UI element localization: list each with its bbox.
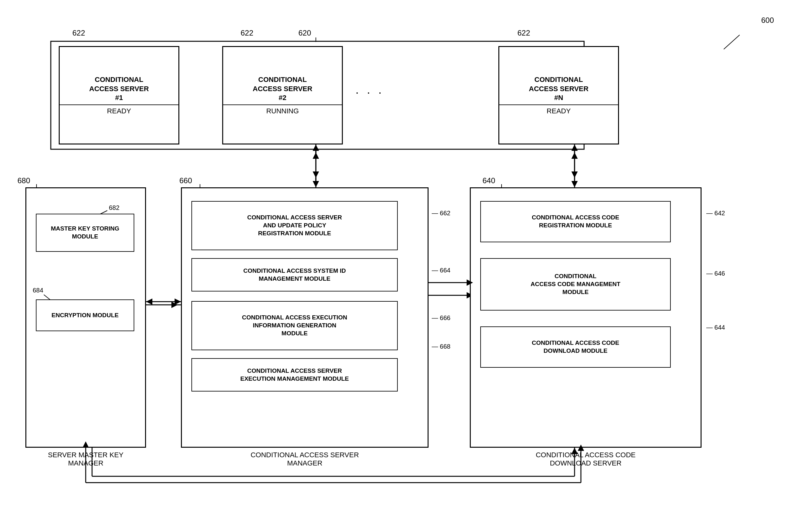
ref-620: 620: [299, 29, 311, 38]
cas-registration-module: CONDITIONAL ACCESS SERVERAND UPDATE POLI…: [191, 201, 398, 250]
ref-640: 640: [482, 176, 495, 185]
ref-646: — 646: [706, 270, 725, 277]
cas-server-exec-module: CONDITIONAL ACCESS SERVEREXECUTION MANAG…: [191, 358, 398, 391]
ref-684: 684: [33, 287, 43, 294]
ref-664: — 664: [432, 267, 450, 274]
server2-title: CONDITIONALACCESS SERVER#2: [250, 73, 315, 104]
cas-sysid-module: CONDITIONAL ACCESS SYSTEM IDMANAGEMENT M…: [191, 258, 398, 291]
master-key-label: MASTER KEY STORINGMODULE: [48, 224, 122, 242]
cas-server-exec-label: CONDITIONAL ACCESS SERVEREXECUTION MANAG…: [238, 366, 351, 384]
svg-marker-11: [171, 302, 178, 308]
server2-status: RUNNING: [223, 105, 342, 117]
svg-marker-8: [571, 153, 578, 159]
svg-marker-31: [571, 181, 578, 187]
cas-registration-label: CONDITIONAL ACCESS SERVERAND UPDATE POLI…: [245, 212, 344, 239]
serverN-status: READY: [499, 105, 618, 117]
ca-download-module: CONDITIONAL ACCESS CODEDOWNLOAD MODULE: [480, 326, 671, 368]
ref-660: 660: [179, 176, 192, 185]
svg-marker-34: [175, 299, 181, 305]
ref-622-n: 622: [518, 29, 530, 38]
master-key-module: MASTER KEY STORINGMODULE: [36, 214, 134, 252]
svg-line-19: [724, 35, 740, 49]
ref-642: — 642: [706, 210, 725, 217]
encryption-label: ENCRYPTION MODULE: [49, 310, 121, 321]
svg-marker-33: [146, 299, 153, 305]
ref-622-1: 622: [72, 29, 85, 38]
serverN-title: CONDITIONALACCESS SERVER#N: [526, 73, 591, 104]
encryption-module: ENCRYPTION MODULE: [36, 299, 134, 331]
center-outer-box: CONDITIONAL ACCESS SERVERAND UPDATE POLI…: [181, 187, 429, 448]
cas-execution-label: CONDITIONAL ACCESS EXECUTIONINFORMATION …: [240, 312, 349, 339]
server1-title: CONDITIONALACCESS SERVER#1: [87, 73, 151, 104]
ca-registration-module: CONDITIONAL ACCESS CODEREGISTRATION MODU…: [480, 201, 671, 242]
svg-marker-5: [313, 153, 319, 159]
ca-registration-label: CONDITIONAL ACCESS CODEREGISTRATION MODU…: [529, 212, 622, 230]
serverN-box: CONDITIONALACCESS SERVER#N READY: [498, 46, 619, 144]
ref-666: — 666: [432, 314, 450, 321]
ref-668: — 668: [432, 343, 450, 350]
ref-600: 600: [761, 16, 774, 25]
diagram: 600 620 622 CONDITIONALACCESS SERVER#1 R…: [0, 0, 812, 529]
cas-manager-label: CONDITIONAL ACCESS SERVERMANAGER: [181, 451, 429, 468]
svg-marker-30: [571, 144, 578, 151]
ca-download-server-label: CONDITIONAL ACCESS CODEDOWNLOAD SERVER: [470, 451, 701, 468]
cas-sysid-label: CONDITIONAL ACCESS SYSTEM IDMANAGEMENT M…: [241, 266, 348, 284]
server2-box: CONDITIONALACCESS SERVER#2 RUNNING: [222, 46, 343, 144]
ref-644: — 644: [706, 324, 725, 331]
server1-status: READY: [60, 105, 178, 117]
svg-marker-27: [313, 144, 319, 151]
ref-662: — 662: [432, 210, 450, 217]
server-master-key-label: SERVER MASTER KEYMANAGER: [25, 451, 146, 468]
ca-download-label: CONDITIONAL ACCESS CODEDOWNLOAD MODULE: [529, 338, 622, 356]
ellipsis: · · ·: [356, 86, 384, 99]
ref-622-2: 622: [241, 29, 253, 38]
ref-682: 682: [109, 204, 119, 212]
left-outer-box: 682 MASTER KEY STORINGMODULE 684 ENCRYPT…: [25, 187, 146, 448]
server1-box: CONDITIONALACCESS SERVER#1 READY: [59, 46, 179, 144]
ca-management-module: CONDITIONALACCESS CODE MANAGEMENTMODULE: [480, 258, 671, 311]
ca-management-label: CONDITIONALACCESS CODE MANAGEMENTMODULE: [528, 271, 623, 297]
right-outer-box: CONDITIONAL ACCESS CODEREGISTRATION MODU…: [470, 187, 701, 448]
svg-marker-28: [313, 181, 319, 187]
ref-680: 680: [17, 176, 30, 185]
svg-marker-2: [313, 171, 319, 178]
svg-marker-7: [571, 171, 578, 178]
cas-execution-module: CONDITIONAL ACCESS EXECUTIONINFORMATION …: [191, 301, 398, 350]
